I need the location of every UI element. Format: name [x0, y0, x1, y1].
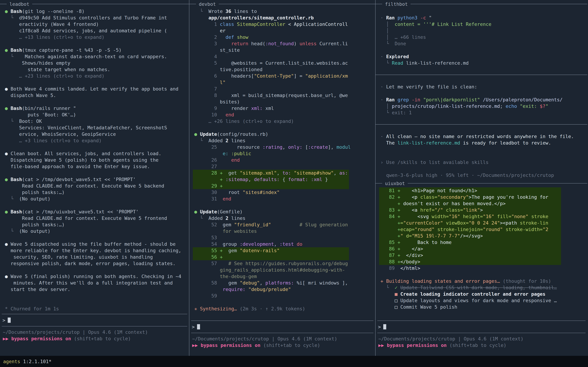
terminal-line: └ Boot: OK: [0, 118, 189, 125]
terminal-line: □ Commit Wave 5 polish: [376, 304, 587, 310]
permission-mode-status: ▶▶ bypass permissions on (shift+tab to c…: [0, 335, 189, 342]
terminal-line: [376, 8, 587, 15]
terminal-line: 52 gem "friendly_id" # Slug generation: [189, 221, 375, 228]
terminal-line: * Churned for 1m 1s: [0, 306, 189, 312]
terminal-line: └ Matches against data-search-text on ca…: [0, 53, 189, 60]
terminal-line: 55 + gem "dotenv-rails": [193, 247, 349, 254]
mode-label: bypass permissions on: [11, 336, 71, 341]
terminal-line: └ Wrote 36 lines to: [189, 8, 375, 15]
terminal-line: [376, 66, 587, 73]
pane-border-rule: [376, 183, 382, 184]
terminal-line: polish tasks:…): [0, 189, 189, 196]
terminal-line: st_site: [189, 47, 375, 53]
terminal-line: [0, 234, 189, 241]
terminal-line: └ ✓ Update Tailwind CSS with dark mode, …: [376, 284, 587, 291]
terminal-line: │ … +66 lines: [376, 34, 587, 40]
terminal-line: [189, 299, 375, 306]
pane-leadbot[interactable]: leadbot ● Bash(git log --oneline -8) └ d…: [0, 0, 189, 356]
pane-devbot[interactable]: devbot └ Wrote 36 lines to app/controlle…: [189, 0, 375, 356]
terminal-line: Read CLAUDE.md for context. Execute Wave…: [0, 183, 189, 189]
pane-title-uiuxbot: uiuxbot: [376, 179, 587, 187]
pane-title-filthbot: filthbot: [376, 0, 587, 8]
terminal-line: 28 + get "sitemap.xml", to: "sitemap#sho…: [193, 170, 349, 176]
terminal-line: 89 </html>: [376, 265, 587, 271]
terminal-line: 31 end: [189, 196, 375, 202]
terminal-line: ■ Create loading indicator controller an…: [376, 291, 587, 297]
terminal-line: [189, 202, 375, 209]
pane-divider[interactable]: [376, 75, 587, 75]
prompt-input[interactable]: >: [0, 314, 189, 326]
terminal-line: +" d="M15 19l-7-7 7-7"/></svg>: [379, 233, 561, 239]
terminal-line: ✳ Synthesizing… (2m 3s · ↑ 2.9k tokens): [189, 306, 375, 312]
terminal-line: 53: [189, 234, 375, 241]
terminal-line: └ Done: [376, 40, 587, 47]
input-area-devbot: > ~/Documents/projects/crutop | Opus 4.6…: [189, 320, 375, 349]
input-box-rule: [191, 333, 373, 333]
terminal-line: 8 xml = build_sitemap(request.base_url, …: [189, 92, 375, 99]
terminal-line: [376, 271, 587, 278]
terminal-line: 87 + </div>: [379, 252, 561, 259]
terminal-line: + doesn't exist or has been moved.</p>: [379, 200, 561, 207]
tmux-window: leadbot ● Bash(git log --oneline -8) └ d…: [0, 0, 588, 356]
tmux-window-indicator[interactable]: 1:2.1.101*: [23, 359, 52, 364]
terminal-line: + :sitemap, defaults: { format: :xml }: [193, 176, 349, 183]
terminal-line: ● Clean boot. All services, jobs, and co…: [0, 150, 189, 157]
pane-border-rule: [411, 4, 587, 4]
prompt-chevron-icon: >: [2, 317, 5, 323]
tmux-session-name[interactable]: agents: [3, 359, 20, 364]
terminal-line: start the dev server.: [0, 286, 189, 292]
terminal-line: 3 return head(:not_found) unless Current…: [189, 40, 375, 47]
prompt-input[interactable]: >: [189, 321, 375, 333]
terminal-line: [189, 125, 375, 131]
terminal-line: … +13 lines (ctrl+o to expand): [0, 34, 189, 40]
terminal-line: [0, 267, 189, 273]
pane-title-label: devbot: [196, 1, 219, 7]
terminal-line: 59: [189, 292, 375, 299]
terminal-line: Shows/hides empty: [0, 60, 189, 66]
pane-title-leadbot: leadbot: [0, 0, 189, 8]
terminal-line: state target when no matches.: [0, 66, 189, 73]
terminal-line: └ Added 2 lines: [189, 215, 375, 221]
terminal-line: [0, 299, 189, 306]
prompt-input[interactable]: >: [376, 321, 587, 333]
terminal-line: ● Wave 5 (final polish) running on both …: [0, 273, 189, 280]
terminal-line: ● Update(Gemfile): [189, 209, 375, 215]
terminal-line: [376, 153, 587, 159]
terminal-line: › Use /skills to list available skills: [376, 159, 587, 166]
terminal-line: eractivity (Wave 4 frontend): [0, 21, 189, 27]
terminal-line: responsive polish, dark mode, error page…: [0, 260, 189, 267]
terminal-output-leadbot: ● Bash(git log --oneline -8) └ d949c50 A…: [0, 8, 189, 312]
terminal-line: dispatch Wave 5.: [0, 92, 189, 99]
session-path-status: ~/Documents/projects/crutop | Opus 4.6 (…: [0, 329, 189, 335]
terminal-line: · Let me verify the file is clean:: [376, 83, 587, 90]
terminal-line: minutes. After this we'll do a full inte…: [0, 280, 189, 286]
pane-title-label: uiuxbot: [382, 181, 408, 186]
pane-title-label: leadbot: [7, 1, 32, 7]
terminal-line: er: [189, 27, 375, 34]
terminal-line: · Ran grep -in "porn\|darkpornlist" /Use…: [376, 96, 587, 103]
terminal-line: ging_rails_applications.html#debugging-w…: [189, 267, 375, 273]
pane-border-rule: [189, 4, 196, 4]
terminal-line: 81 + <h1>Page not found</h1>: [379, 187, 561, 194]
terminal-line: 82 + <p class="secondary">The page you'r…: [379, 194, 561, 200]
mode-hint: (shift+tab to cycle): [71, 336, 131, 341]
pane-border-rule: [0, 4, 7, 4]
terminal-line: security, SEO, rate limiting. uiuxbot is…: [0, 254, 189, 260]
pane-divider[interactable]: [376, 124, 587, 125]
terminal-line: 29 +: [193, 183, 349, 189]
input-area-uiuxbot: > ~/Documents/projects/crutop | Opus 4.6…: [376, 320, 587, 349]
terminal-line: 25 resource :rating, only: [:create], mo…: [189, 144, 375, 150]
terminal-line: more reliable for the Enter key. devbot …: [0, 247, 189, 254]
terminal-line: + Building loading states and error page…: [376, 278, 587, 284]
terminal-line: ● Wave 5 dispatched using the file buffe…: [0, 241, 189, 247]
terminal-line: [0, 99, 189, 105]
terminal-line: file-based approach to avoid the Enter k…: [0, 163, 189, 170]
terminal-line: └ Read link-list-reference.md: [376, 60, 587, 66]
mode-hint: (shift+tab to cycle): [260, 342, 320, 348]
pane-border-rule: [32, 4, 189, 4]
terminal-line: [0, 40, 189, 47]
session-path-status: ~/Documents/projects/crutop | Opus 4.6 (…: [189, 335, 375, 342]
terminal-line: … +23 lines (ctrl+o to expand): [0, 73, 189, 79]
terminal-line: ● Bash(cat > /tmp/devbot_wave5.txt << 'P…: [0, 176, 189, 183]
pane-filthbot-column[interactable]: filthbot · Ran python3 -c " │ content = …: [375, 0, 587, 356]
